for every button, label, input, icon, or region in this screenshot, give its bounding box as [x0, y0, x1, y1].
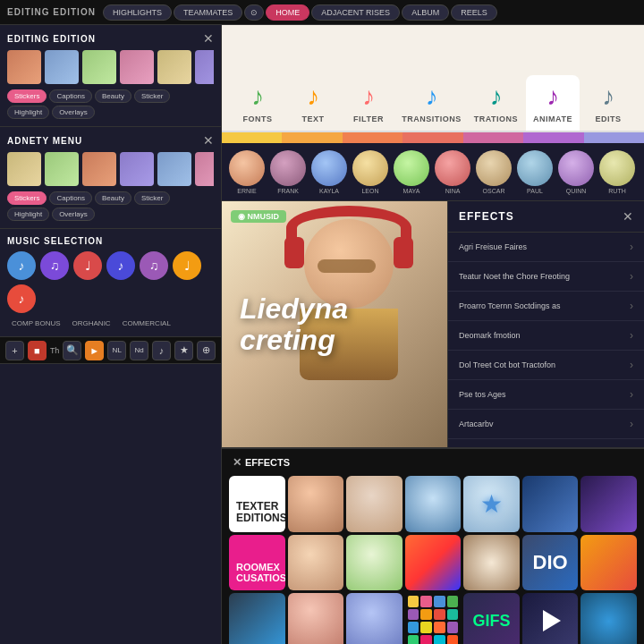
- color-1[interactable]: [222, 132, 282, 143]
- tab-animate[interactable]: ♪ ANIMATE: [526, 75, 580, 131]
- avatar-10[interactable]: [599, 150, 635, 186]
- adnety-section-close[interactable]: ✕: [203, 134, 214, 147]
- effect-card-13[interactable]: [580, 535, 637, 591]
- color-2[interactable]: [282, 132, 342, 143]
- color-7[interactable]: [584, 132, 644, 143]
- adnety-photo-3[interactable]: [82, 152, 116, 186]
- effects-item-5[interactable]: Dol Treet Cot bot Tractofon ›: [448, 351, 644, 380]
- avatar-item-2[interactable]: FRANK: [270, 150, 306, 194]
- tab-text[interactable]: ♪ TEXT: [286, 75, 340, 131]
- photo-thumb-3[interactable]: [82, 50, 116, 84]
- tab-album[interactable]: ALBUM: [402, 4, 449, 21]
- add-btn[interactable]: +: [5, 341, 24, 360]
- effect-card-14[interactable]: [229, 593, 285, 644]
- effect-card-3[interactable]: [346, 476, 402, 532]
- avatar-5[interactable]: [394, 150, 429, 186]
- photo-thumb-5[interactable]: [157, 50, 191, 84]
- effects-item-4[interactable]: Deomark fmotion ›: [448, 321, 644, 351]
- avatar-item-6[interactable]: NINA: [435, 150, 470, 194]
- music-circle-4[interactable]: ♪: [106, 251, 135, 280]
- photo-thumb-6[interactable]: [195, 50, 214, 84]
- adnety-subtab-2[interactable]: Captions: [49, 191, 92, 205]
- subtab-highlight[interactable]: Highlight: [7, 106, 49, 119]
- adnety-subtab-4[interactable]: Sticker: [134, 191, 170, 205]
- effect-card-11[interactable]: [463, 535, 520, 591]
- tab-trations[interactable]: ♪ TRATIONS: [468, 75, 524, 131]
- tab-transitions[interactable]: ♪ TRANSITIONS: [397, 75, 466, 131]
- music-tab-comp[interactable]: COMP BONUS: [7, 318, 65, 329]
- avatar-item-1[interactable]: ERNIE: [229, 150, 265, 194]
- tab-reels[interactable]: REELS: [451, 4, 497, 21]
- avatar-item-10[interactable]: RUTH: [599, 150, 635, 194]
- avatar-2[interactable]: [270, 150, 306, 186]
- color-3[interactable]: [343, 132, 402, 143]
- avatar-item-9[interactable]: QUINN: [558, 150, 594, 194]
- effect-card-15[interactable]: [288, 593, 344, 644]
- tab-edits[interactable]: ♪ EDITS: [581, 75, 635, 131]
- adnety-subtab-3[interactable]: Beauty: [95, 191, 131, 205]
- tab-home[interactable]: HOME: [266, 4, 309, 21]
- effect-card-10[interactable]: [405, 535, 462, 591]
- adnety-photo-2[interactable]: [45, 152, 79, 186]
- roomex-card[interactable]: ROOMEXCUSATIOS: [229, 535, 285, 591]
- stop-btn[interactable]: ■: [28, 341, 47, 360]
- effect-card-4[interactable]: [405, 476, 462, 532]
- tab-filter[interactable]: ♪ FILTER: [342, 75, 395, 131]
- adnety-photo-1[interactable]: [7, 152, 41, 186]
- avatar-item-3[interactable]: KAYLA: [311, 150, 347, 194]
- subtab-overlays[interactable]: Overlays: [52, 106, 95, 119]
- music-tab-commercial[interactable]: COMMERCIAL: [118, 318, 175, 329]
- bottom-close-icon[interactable]: ✕: [233, 456, 242, 469]
- subtab-sticker[interactable]: Sticker: [134, 89, 170, 103]
- adnety-subtab-5[interactable]: Highlight: [7, 208, 49, 221]
- effect-card-8[interactable]: [288, 535, 344, 591]
- color-4[interactable]: [402, 132, 462, 143]
- adnety-subtab-6[interactable]: Overlays: [52, 208, 95, 221]
- timeline-btn-nd[interactable]: Nd: [130, 341, 148, 360]
- music-tab-organic[interactable]: ORGHANIC: [68, 318, 115, 329]
- effects-item-2[interactable]: Teatur Noet the Chore Freoting ›: [448, 262, 644, 292]
- avatar-9[interactable]: [558, 150, 594, 186]
- timeline-btn-star[interactable]: ★: [174, 341, 193, 360]
- music-circle-6[interactable]: ♩: [173, 251, 201, 280]
- effect-card-star[interactable]: ★: [463, 476, 520, 532]
- effects-item-8[interactable]: Brocnantoon Aontions ›: [448, 439, 644, 447]
- avatar-item-4[interactable]: LEON: [352, 150, 388, 194]
- photo-thumb-2[interactable]: [45, 50, 79, 84]
- music-circle-2[interactable]: ♫: [40, 251, 69, 280]
- music-circle-5[interactable]: ♫: [140, 251, 168, 280]
- effects-item-7[interactable]: Artacarbv ›: [448, 410, 644, 439]
- effect-card-12[interactable]: DIO: [522, 535, 579, 591]
- avatar-8[interactable]: [517, 150, 553, 186]
- search-timeline[interactable]: 🔍: [63, 341, 81, 360]
- avatar-6[interactable]: [435, 150, 470, 186]
- color-6[interactable]: [523, 132, 583, 143]
- effect-card-video[interactable]: [522, 593, 579, 644]
- adnety-photo-4[interactable]: [120, 152, 154, 186]
- avatar-3[interactable]: [311, 150, 347, 186]
- tab-fonts[interactable]: ♪ FONTS: [231, 75, 284, 131]
- adnety-photo-6[interactable]: [195, 152, 214, 186]
- avatar-7[interactable]: [476, 150, 512, 186]
- effect-card-16[interactable]: [346, 593, 402, 644]
- subtab-captions[interactable]: Captions: [49, 89, 92, 103]
- effects-panel-close[interactable]: ✕: [623, 210, 633, 223]
- avatar-1[interactable]: [229, 150, 265, 186]
- tab-teammates[interactable]: TEAMMATES: [174, 4, 242, 21]
- text-edition-card[interactable]: TEXTEREDITIONS: [229, 476, 285, 532]
- adnety-subtab-1[interactable]: Stickers: [7, 191, 47, 205]
- effect-card-2[interactable]: [288, 476, 344, 532]
- tab-adjacent[interactable]: ADJACENT RISES: [311, 4, 400, 21]
- effect-card-21[interactable]: [580, 593, 637, 644]
- avatar-item-5[interactable]: MAYA: [394, 150, 429, 194]
- avatar-4[interactable]: [352, 150, 388, 186]
- effects-item-6[interactable]: Pse tos Ages ›: [448, 380, 644, 410]
- music-circle-1[interactable]: ♪: [7, 251, 36, 280]
- photo-thumb-4[interactable]: [120, 50, 154, 84]
- timeline-btn-music[interactable]: ♪: [152, 341, 171, 360]
- editing-section-close[interactable]: ✕: [203, 32, 214, 45]
- effect-card-9[interactable]: [346, 535, 402, 591]
- avatar-item-8[interactable]: PAUL: [517, 150, 553, 194]
- music-circle-7[interactable]: ♪: [7, 284, 36, 313]
- subtab-beauty[interactable]: Beauty: [95, 89, 131, 103]
